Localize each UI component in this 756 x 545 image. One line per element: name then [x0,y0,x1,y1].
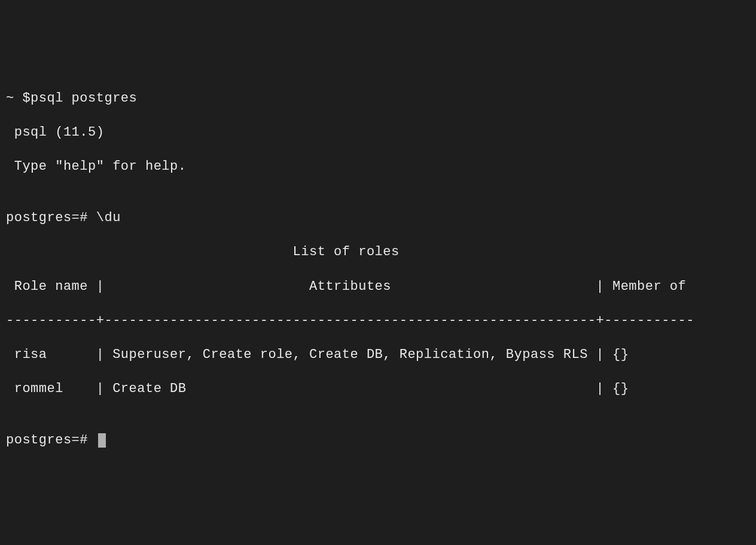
psql-prompt-line[interactable]: postgres=# [6,432,750,449]
shell-line: ~ $psql postgres [6,90,750,108]
psql-command-line: postgres=# \du [6,210,750,227]
table-row: rommel | Create DB | {} [6,381,750,398]
table-row: risa | Superuser, Create role, Create DB… [6,347,750,364]
psql-help-line: Type "help" for help. [6,158,750,176]
psql-version-line: psql (11.5) [6,124,750,142]
psql-prompt: postgres=# [6,210,96,225]
table-title: List of roles [6,244,750,261]
terminal-window[interactable]: ~ $psql postgres psql (11.5) Type "help"… [6,73,750,545]
shell-command: psql postgres [31,91,137,106]
psql-prompt: postgres=# [6,433,96,448]
cursor-block [98,433,106,448]
table-header: Role name | Attributes | Member of [6,278,750,296]
table-divider: -----------+----------------------------… [6,313,750,330]
psql-command: \du [96,210,121,225]
shell-prompt: ~ $ [6,91,31,106]
